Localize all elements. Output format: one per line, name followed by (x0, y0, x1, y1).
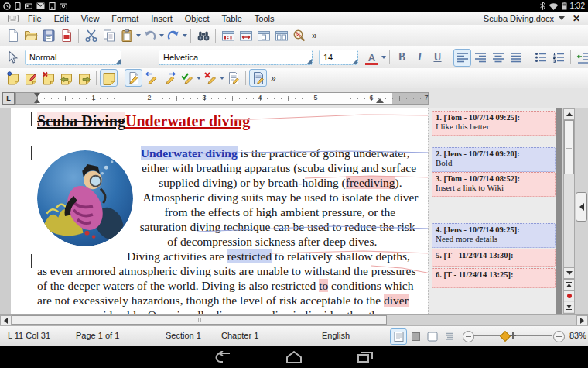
cursor-position-field[interactable]: L 11 Col 31 (8, 331, 50, 340)
right-indent-marker[interactable] (376, 98, 384, 103)
document-switcher-dropdown-icon[interactable] (559, 16, 565, 20)
cut-button[interactable] (82, 27, 100, 45)
menu-tools[interactable]: Tools (248, 13, 281, 24)
paragraph-style-combobox[interactable]: Normal (25, 50, 121, 65)
previous-object-button[interactable] (564, 279, 574, 291)
view-master-pages-button[interactable] (407, 328, 424, 345)
comment-6[interactable]: 6. [T - 11/24/14 13:25]: (432, 268, 556, 288)
view-full-page-button[interactable] (424, 328, 441, 345)
tab-type-selector[interactable]: L (2, 92, 15, 105)
combo-dropdown-icon[interactable] (115, 59, 121, 64)
close-document-button[interactable]: ✕ (569, 13, 583, 24)
copy-button[interactable] (100, 27, 118, 45)
show-changes-button[interactable] (249, 69, 267, 87)
comment-3[interactable]: 3. [Tom - 10/7/14 08:52]: Insert a link … (432, 172, 556, 197)
font-size-combobox[interactable]: 14 (319, 50, 358, 65)
show-comments-button[interactable] (100, 69, 118, 87)
redo-dropdown-icon[interactable] (183, 34, 187, 37)
recent-apps-button[interactable] (350, 349, 381, 366)
document-page[interactable]: Scuba DivingUnderwater diving (11, 108, 428, 314)
menu-object[interactable]: Object (179, 13, 216, 24)
align-center-button[interactable] (489, 49, 507, 67)
next-object-button[interactable] (564, 302, 574, 312)
align-justify-button[interactable] (507, 49, 525, 67)
scuba-diver-image[interactable] (37, 150, 133, 246)
zoom-level-button[interactable] (290, 27, 308, 45)
zoom-slider-handle[interactable] (500, 331, 511, 342)
comment-4[interactable]: 4. [Jens - 10/7/14 09:25]: Need more det… (432, 223, 556, 248)
zoom-in-button[interactable] (553, 331, 565, 342)
next-comment-button[interactable] (75, 69, 93, 87)
numbered-list-button[interactable] (549, 49, 567, 67)
home-button[interactable] (279, 349, 309, 366)
edit-comment-button[interactable] (22, 69, 39, 87)
section-field[interactable]: Section 1 (166, 331, 201, 340)
zoom-two-pages-button[interactable] (272, 27, 290, 45)
menu-table[interactable]: Table (216, 13, 248, 24)
align-right-button[interactable] (471, 49, 489, 67)
view-continuous-button[interactable] (441, 328, 458, 345)
bullet-list-button[interactable] (532, 49, 549, 67)
bold-button[interactable]: B (393, 49, 411, 67)
delete-comment-button[interactable] (39, 69, 57, 87)
zoom-percentage[interactable]: 83% (569, 331, 586, 340)
toolbar-overflow-button[interactable]: » (268, 73, 279, 84)
save-button[interactable] (39, 27, 57, 45)
open-button[interactable] (22, 27, 39, 45)
language-field[interactable]: English (322, 331, 350, 340)
next-change-button[interactable] (160, 69, 178, 87)
chapter-field[interactable]: Chapter 1 (221, 331, 258, 340)
comment-5[interactable]: 5. [T - 11/24/14 13:30]: (432, 249, 556, 267)
page-number-field[interactable]: Page 1 of 1 (76, 331, 119, 340)
find-button[interactable] (194, 27, 212, 45)
new-document-button[interactable] (4, 27, 22, 45)
zoom-out-button[interactable] (463, 331, 474, 342)
first-line-indent-marker[interactable] (34, 93, 40, 97)
scroll-left-button[interactable] (0, 315, 12, 326)
accept-change-button[interactable] (178, 69, 196, 87)
scroll-up-button[interactable] (564, 109, 574, 120)
combo-dropdown-icon[interactable] (306, 59, 312, 64)
vertical-scrollbar-thumb[interactable] (564, 120, 574, 174)
track-changes-button[interactable] (125, 69, 142, 87)
comment-2[interactable]: 2. [Jens - 10/7/14 09:20]: Bold (432, 147, 556, 172)
manage-changes-button[interactable] (224, 69, 242, 87)
export-pdf-button[interactable] (57, 27, 75, 45)
zoom-fit-width-button[interactable] (237, 27, 255, 45)
undo-button[interactable] (141, 27, 159, 45)
menu-view[interactable]: View (75, 13, 106, 24)
align-left-button[interactable] (453, 49, 471, 67)
zoom-slider[interactable] (463, 329, 565, 343)
font-name-combobox[interactable]: Helvetica (159, 50, 313, 65)
underline-button[interactable]: U (429, 49, 446, 67)
redo-button[interactable] (164, 27, 182, 45)
sidebar-expand-handle[interactable] (576, 192, 587, 222)
comment-1[interactable]: 1. [Tom - 10/7/14 09:25]: I like this be… (432, 111, 556, 136)
font-color-dropdown-icon[interactable] (381, 56, 386, 59)
select-browse-object-button[interactable] (564, 291, 574, 301)
horizontal-scrollbar-thumb[interactable] (12, 315, 387, 325)
menu-format[interactable]: Format (105, 13, 145, 24)
menu-insert[interactable]: Insert (145, 13, 179, 24)
menu-file[interactable]: File (22, 13, 48, 24)
menu-edit[interactable]: Edit (48, 13, 75, 24)
previous-change-button[interactable] (142, 69, 160, 87)
selection-cursor-button[interactable] (4, 49, 22, 67)
back-button[interactable] (207, 349, 238, 366)
font-color-button[interactable]: A (363, 49, 381, 67)
toolbar-overflow-button[interactable]: » (309, 30, 320, 41)
previous-comment-button[interactable] (57, 69, 75, 87)
view-normal-button[interactable] (390, 328, 407, 345)
insert-comment-button[interactable] (4, 69, 22, 87)
zoom-full-page-button[interactable] (255, 27, 272, 45)
paste-button[interactable] (118, 27, 135, 45)
zoom-actual-size-button[interactable] (219, 27, 237, 45)
scroll-down-button[interactable] (564, 267, 574, 279)
horizontal-ruler[interactable]: 1 2 3 4 5 6 7 (15, 92, 429, 105)
scroll-right-button[interactable] (576, 315, 588, 326)
left-indent-marker[interactable] (34, 99, 40, 103)
decrease-indent-button[interactable] (574, 49, 588, 67)
vertical-scrollbar[interactable] (563, 108, 575, 314)
document-title[interactable]: Scuba Diving.docx (484, 14, 554, 23)
italic-button[interactable]: I (411, 49, 429, 67)
